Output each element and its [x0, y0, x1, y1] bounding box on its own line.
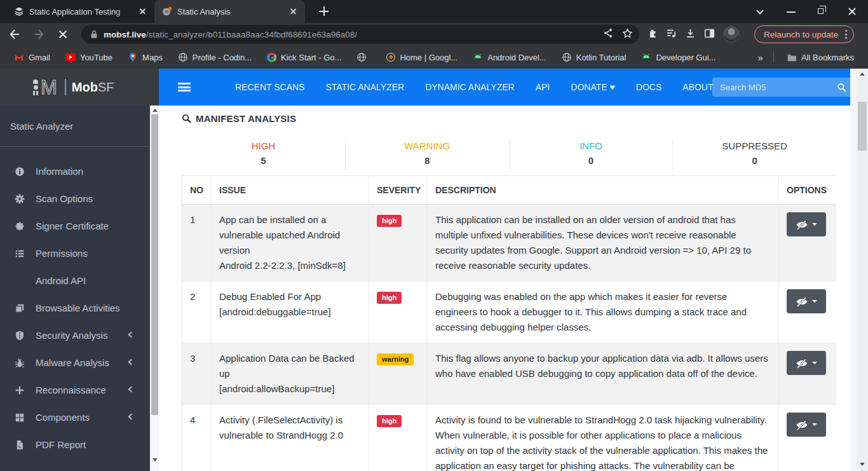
sidebar-scrollbar-thumb[interactable] — [151, 114, 158, 415]
sidebar-scrollbar[interactable] — [150, 106, 159, 471]
forward-arrow-icon — [33, 29, 44, 40]
sidebar-item-reconnaissance[interactable]: Reconnaissance — [0, 376, 150, 404]
url-bar[interactable]: mobsf.live/static_analyzer/b011baaa8aac3… — [81, 25, 639, 44]
forward-button[interactable] — [29, 25, 48, 44]
bookmark-item[interactable] — [349, 49, 379, 65]
summary-label: SUPPRESSED — [673, 140, 836, 151]
bookmark-item[interactable]: Kotlin Tutorial — [554, 49, 634, 65]
bookmark-item[interactable]: Kick Start - Go... — [259, 49, 349, 65]
column-header: OPTIONS — [779, 176, 837, 205]
sidebar-item-components[interactable]: Components — [0, 404, 150, 431]
table-row: 1App can be installed on a vulnerable up… — [182, 205, 837, 282]
extensions-button[interactable] — [647, 28, 658, 41]
search-submit-button[interactable] — [837, 83, 846, 92]
sidebar-title: Static Analyzer — [10, 121, 150, 132]
back-arrow-icon — [9, 29, 20, 40]
nav-link[interactable]: DONATE ♥ — [571, 82, 615, 92]
minimize-icon — [787, 11, 796, 13]
profile-avatar[interactable] — [723, 26, 740, 43]
browser-tab[interactable]: Static Application Testing — [6, 0, 154, 23]
nav-link[interactable]: DOCS — [636, 82, 661, 92]
eye-slash-icon — [796, 219, 808, 230]
nav-link[interactable]: STATIC ANALYZER — [325, 82, 404, 92]
nav-link[interactable]: DYNAMIC ANALYZER — [425, 82, 515, 92]
sidebar-item-android-api[interactable]: Android API — [0, 267, 150, 294]
gear-icon — [15, 194, 25, 204]
bookmark-item[interactable]: Home | Googl... — [379, 49, 465, 65]
eye-slash-icon — [796, 296, 808, 307]
new-tab-button[interactable] — [316, 4, 332, 19]
cell-no: 3 — [182, 343, 212, 405]
divider — [773, 51, 774, 63]
suppress-button[interactable] — [787, 212, 826, 236]
close-window-button[interactable] — [837, 0, 868, 23]
suppress-button[interactable] — [787, 351, 826, 375]
sidebar-item-signer-certificate[interactable]: Signer Certificate — [0, 212, 150, 240]
bookmark-item[interactable]: YouTube — [58, 49, 120, 65]
page-scrollbar[interactable] — [857, 69, 868, 471]
cell-options — [779, 205, 837, 282]
restore-button[interactable] — [807, 0, 837, 23]
mobsf-logo[interactable]: M MobSF — [0, 69, 159, 106]
downloads-button[interactable] — [685, 28, 696, 41]
section-title-text: MANIFEST ANALYSIS — [196, 113, 296, 124]
grid-icon — [15, 413, 25, 423]
sidebar-item-label: Reconnaissance — [36, 385, 106, 395]
cell-description: Activity is found to be vulnerable to St… — [428, 405, 779, 471]
bookmark-item[interactable]: Maps — [120, 49, 170, 65]
sidebar-item-security-analysis[interactable]: Security Analysis — [0, 322, 150, 349]
suppress-button[interactable] — [787, 289, 826, 313]
scroll-down-icon[interactable] — [860, 463, 865, 466]
bookmark-item[interactable]: Gmail — [6, 49, 58, 65]
summary-value: 0 — [510, 155, 673, 166]
tab-search-button[interactable] — [746, 0, 776, 23]
shield-icon — [15, 331, 25, 341]
sidebar-item-information[interactable]: Information — [0, 158, 150, 185]
share-button[interactable] — [603, 28, 613, 41]
nav-link[interactable]: RECENT SCANS — [235, 82, 304, 92]
bookmark-label: Kick Start - Go... — [281, 53, 341, 62]
chevron-left-icon — [128, 386, 135, 393]
caret-down-icon — [812, 300, 817, 303]
gmail-icon — [14, 52, 24, 62]
cell-description: This application can be installed on an … — [428, 205, 779, 282]
scroll-down-icon[interactable] — [153, 458, 158, 461]
side-panel-button[interactable] — [704, 28, 715, 41]
sidebar-item-browsable-activities[interactable]: Browsable Activities — [0, 294, 150, 322]
all-bookmarks-button[interactable]: All Bookmarks — [779, 49, 862, 65]
bookmark-item[interactable]: Profile - Codin... — [170, 49, 259, 65]
bookmark-item[interactable]: Developer Gui... — [634, 49, 723, 65]
close-tab-button[interactable] — [138, 6, 148, 17]
sidebar-item-pdf-report[interactable]: PDF Report — [0, 431, 150, 458]
relaunch-button[interactable]: Relaunch to update — [754, 25, 854, 43]
reading-list-button[interactable] — [666, 28, 677, 41]
severity-summary: HIGH5WARNING8INFO0SUPPRESSED0 — [182, 139, 836, 170]
tab-bar: Static Application TestingStatic Analysi… — [0, 0, 868, 23]
minimize-button[interactable] — [776, 0, 807, 23]
sidebar-item-permissions[interactable]: Permissions — [0, 240, 150, 267]
menu-toggle-button[interactable] — [178, 83, 191, 92]
sidebar-item-malware-analysis[interactable]: Malware Analysis — [0, 349, 150, 376]
scroll-up-icon[interactable] — [153, 109, 158, 112]
scroll-up-icon[interactable] — [860, 72, 865, 76]
stop-button[interactable] — [53, 25, 72, 44]
nav-link[interactable]: ABOUT — [682, 82, 713, 92]
page-scrollbar-thumb[interactable] — [858, 102, 867, 151]
cell-description: Debugging was enabled on the app which m… — [428, 282, 779, 343]
pdf-icon — [15, 440, 25, 450]
nav-link[interactable]: API — [536, 82, 550, 92]
suppress-button[interactable] — [787, 413, 826, 437]
close-tab-button[interactable] — [288, 6, 299, 17]
back-button[interactable] — [5, 25, 24, 44]
bookmark-star-button[interactable] — [622, 28, 633, 41]
bookmarks-overflow-button[interactable]: » — [753, 52, 768, 63]
bookmark-item[interactable]: Android Devel... — [465, 49, 554, 65]
md5-search-input[interactable] — [712, 83, 837, 92]
eye-slash-icon — [796, 358, 808, 369]
plus-icon — [15, 385, 25, 395]
section-title: MANIFEST ANALYSIS — [182, 113, 296, 124]
browser-tab[interactable]: Static Analysis — [154, 0, 305, 23]
table-row: 3Application Data can be Backed up[andro… — [182, 343, 837, 405]
close-icon — [848, 7, 857, 16]
sidebar-item-scan-options[interactable]: Scan Options — [0, 185, 150, 212]
